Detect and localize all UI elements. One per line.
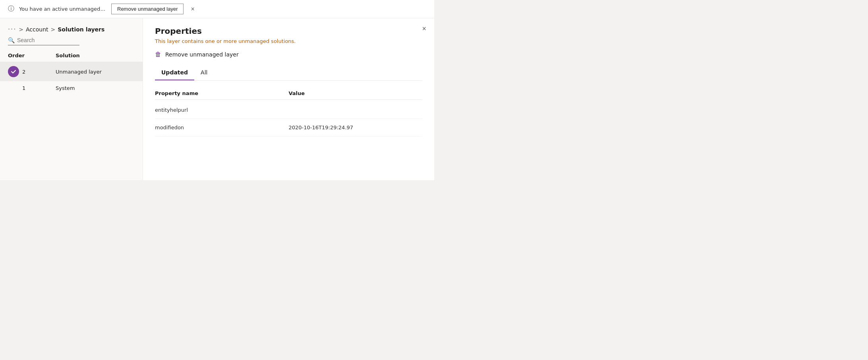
main-layout: ··· > Account > Solution layers 🔍 Order … <box>0 18 434 180</box>
breadcrumb-sep-2: > <box>51 26 56 33</box>
notification-bar: ⓘ You have an active unmanaged layer. Th… <box>0 0 434 18</box>
row-solution-1: Unmanaged layer <box>56 69 135 75</box>
notification-close-button[interactable]: × <box>188 5 197 14</box>
prop-col-name-header: Property name <box>155 90 289 96</box>
row-check-icon <box>8 66 19 77</box>
left-panel: ··· > Account > Solution layers 🔍 Order … <box>0 18 143 180</box>
col-solution-header: Solution <box>56 53 135 58</box>
prop-row-entityhelpurl: entityhelpurl <box>155 101 422 119</box>
table-row[interactable]: 1 System <box>0 81 143 95</box>
search-icon: 🔍 <box>8 37 15 43</box>
row-order-1: 2 <box>22 69 56 75</box>
prop-name-entityhelpurl: entityhelpurl <box>155 107 289 113</box>
tab-updated[interactable]: Updated <box>155 66 194 80</box>
trash-icon: 🗑 <box>155 51 161 58</box>
panel-subtitle: This layer contains one or more unmanage… <box>155 38 422 44</box>
prop-header-row: Property name Value <box>155 87 422 100</box>
breadcrumb-solution-layers: Solution layers <box>58 26 104 33</box>
remove-unmanaged-row[interactable]: 🗑 Remove unmanaged layer <box>155 51 422 58</box>
remove-unmanaged-label: Remove unmanaged layer <box>165 51 239 58</box>
tab-all[interactable]: All <box>194 66 214 80</box>
panel-title: Properties <box>155 26 422 36</box>
prop-row-modifiedon: modifiedon 2020-10-16T19:29:24.97 <box>155 119 422 136</box>
prop-value-modifiedon: 2020-10-16T19:29:24.97 <box>289 125 423 130</box>
breadcrumb-account[interactable]: Account <box>26 26 48 33</box>
search-input[interactable] <box>17 37 73 43</box>
search-container: 🔍 <box>8 37 79 45</box>
row-solution-2: System <box>56 85 135 91</box>
properties-panel: × Properties This layer contains one or … <box>143 18 434 180</box>
panel-close-button[interactable]: × <box>422 25 426 33</box>
notification-text: You have an active unmanaged layer. Th..… <box>19 6 106 12</box>
info-icon: ⓘ <box>8 5 14 13</box>
breadcrumb-sep-1: > <box>19 26 23 33</box>
breadcrumb-dots[interactable]: ··· <box>8 25 16 33</box>
properties-table: Property name Value entityhelpurl modifi… <box>155 87 422 136</box>
search-row: 🔍 <box>0 37 143 49</box>
breadcrumb: ··· > Account > Solution layers <box>0 18 143 37</box>
col-order-header: Order <box>8 53 56 58</box>
prop-name-modifiedon: modifiedon <box>155 125 289 130</box>
prop-col-value-header: Value <box>289 90 423 96</box>
prop-value-entityhelpurl <box>289 107 423 113</box>
tabs-row: Updated All <box>155 66 422 81</box>
row-order-2: 1 <box>22 85 56 91</box>
table-header: Order Solution <box>0 49 143 62</box>
remove-unmanaged-button[interactable]: Remove unmanaged layer <box>111 4 184 14</box>
table-row[interactable]: 2 Unmanaged layer <box>0 62 143 81</box>
